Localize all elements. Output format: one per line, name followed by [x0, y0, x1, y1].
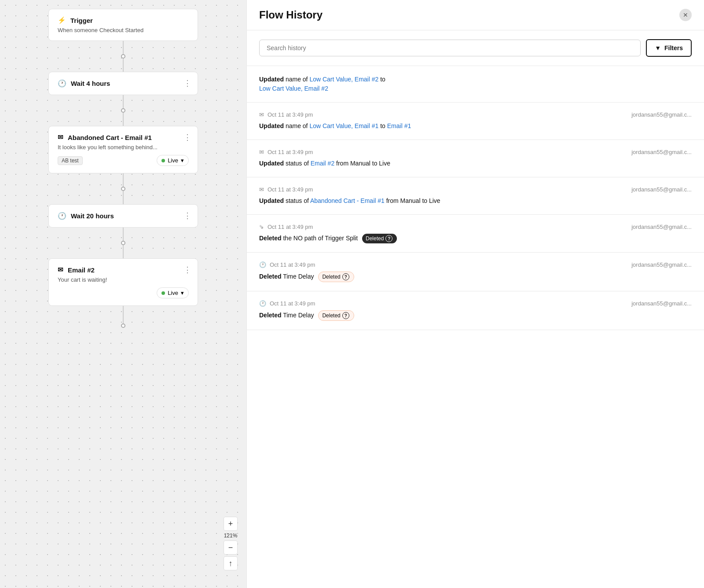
- help-icon-6: ?: [342, 273, 349, 280]
- action-bold-1: Updated: [259, 76, 284, 83]
- history-text-4: Updated status of Abandoned Cart - Email…: [259, 196, 692, 206]
- action-bold-6: Deleted: [259, 273, 282, 280]
- search-input[interactable]: [259, 40, 641, 56]
- history-meta-7: 🕐 Oct 11 at 3:49 pm jordansan55@gmail.c.…: [259, 300, 692, 307]
- zoom-out-button[interactable]: −: [224, 540, 238, 555]
- deleted-badge-light-6: Deleted ?: [318, 272, 354, 282]
- meta-time-3: Oct 11 at 3:49 pm: [268, 149, 313, 155]
- meta-user-6: jordansan55@gmail.c...: [631, 261, 692, 268]
- history-item: Updated name of Low Cart Value, Email #2…: [247, 66, 704, 103]
- live-dot-1: [161, 159, 165, 162]
- email-icon-1: ✉: [58, 133, 63, 141]
- filter-label: Filters: [664, 44, 683, 51]
- history-link-4[interactable]: Email #1: [387, 122, 411, 129]
- history-link-1[interactable]: Low Cart Value, Email #2: [309, 76, 378, 83]
- email-2-status-label: Live: [168, 290, 178, 296]
- connector-dot-5: [121, 323, 125, 328]
- close-button[interactable]: ✕: [679, 9, 692, 21]
- history-text-2: Updated name of Low Cart Value, Email #1…: [259, 121, 692, 131]
- wait-20-hours-node[interactable]: 🕐 Wait 20 hours ⋮: [48, 204, 198, 228]
- email-1-title: Abandoned Cart - Email #1: [68, 134, 152, 141]
- email-2-status[interactable]: Live ▾: [157, 287, 189, 298]
- ab-test-tag: AB test: [58, 156, 83, 165]
- history-link-2[interactable]: Low Cart Value, Email #2: [259, 85, 328, 92]
- history-meta-6: 🕐 Oct 11 at 3:49 pm jordansan55@gmail.c.…: [259, 261, 692, 268]
- help-icon-5: ?: [385, 235, 392, 242]
- zoom-in-button[interactable]: +: [224, 517, 238, 531]
- meta-user-5: jordansan55@gmail.c...: [631, 224, 692, 230]
- wait-20-hours-header: 🕐 Wait 20 hours: [58, 212, 189, 220]
- close-icon: ✕: [683, 11, 688, 18]
- history-text-1: Updated name of Low Cart Value, Email #2…: [259, 75, 692, 93]
- meta-icon-split-5: ⇗: [258, 224, 265, 229]
- meta-time-6: Oct 11 at 3:49 pm: [270, 261, 315, 268]
- wait-4-hours-title: Wait 4 hours: [71, 80, 110, 87]
- email-icon-2: ✉: [58, 266, 63, 274]
- meta-user-7: jordansan55@gmail.c...: [631, 300, 692, 307]
- meta-time-4: Oct 11 at 3:49 pm: [268, 186, 313, 193]
- wait-4-hours-menu[interactable]: ⋮: [183, 78, 191, 88]
- flow-nodes: ⚡ Trigger When someone Checkout Started …: [0, 0, 246, 337]
- meta-icon-clock-7: 🕐: [259, 300, 266, 307]
- trigger-node[interactable]: ⚡ Trigger When someone Checkout Started: [48, 9, 198, 41]
- email-2-header: ✉ Email #2: [58, 266, 189, 274]
- trigger-node-header: ⚡ Trigger: [58, 16, 189, 24]
- email-1-tags: AB test Live ▾: [58, 155, 189, 166]
- history-text-plain-1: name of: [286, 76, 309, 83]
- email-1-menu[interactable]: ⋮: [183, 132, 191, 142]
- wait-4-hours-header: 🕐 Wait 4 hours: [58, 79, 189, 88]
- deleted-badge-text-5: Deleted: [366, 235, 384, 243]
- history-meta-5: ⇗ Oct 11 at 3:49 pm jordansan55@gmail.c.…: [259, 224, 692, 230]
- action-bold-4: Updated: [259, 197, 284, 204]
- history-link-6[interactable]: Abandoned Cart - Email #1: [310, 197, 385, 204]
- connector-3: [121, 173, 125, 204]
- history-item: ✉ Oct 11 at 3:49 pm jordansan55@gmail.c.…: [247, 103, 704, 140]
- meta-user-3: jordansan55@gmail.c...: [631, 149, 692, 155]
- bolt-icon: ⚡: [58, 16, 66, 24]
- email-2-menu[interactable]: ⋮: [183, 265, 191, 275]
- meta-icon-email-4: ✉: [259, 186, 264, 193]
- panel-title: Flow History: [259, 9, 323, 21]
- history-meta-2: ✉ Oct 11 at 3:49 pm jordansan55@gmail.c.…: [259, 111, 692, 118]
- flow-history-panel: Flow History ✕ ▼ Filters Updated name of…: [246, 0, 704, 588]
- meta-time-5: Oct 11 at 3:49 pm: [268, 224, 313, 230]
- flow-canvas: ⚡ Trigger When someone Checkout Started …: [0, 0, 246, 588]
- history-link-5[interactable]: Email #2: [311, 160, 334, 167]
- clock-icon-1: 🕐: [58, 79, 66, 88]
- history-text-6: Deleted Time Delay Deleted ?: [259, 272, 692, 282]
- email-1-status-label: Live: [168, 157, 178, 164]
- email-2-subtitle: Your cart is waiting!: [58, 276, 189, 283]
- action-bold-2: Updated: [259, 122, 284, 129]
- deleted-badge-text-6: Deleted: [322, 273, 340, 281]
- filter-button[interactable]: ▼ Filters: [646, 39, 692, 57]
- meta-icon-email-3: ✉: [259, 149, 264, 155]
- history-link-3[interactable]: Low Cart Value, Email #1: [309, 122, 378, 129]
- trigger-node-subtitle: When someone Checkout Started: [58, 27, 189, 33]
- email-2-node[interactable]: ✉ Email #2 Your cart is waiting! Live ▾ …: [48, 258, 198, 306]
- history-item: 🕐 Oct 11 at 3:49 pm jordansan55@gmail.c.…: [247, 253, 704, 291]
- zoom-reset-button[interactable]: ↑: [224, 556, 238, 570]
- deleted-badge-dark-5: Deleted ?: [362, 234, 397, 243]
- history-item: ✉ Oct 11 at 3:49 pm jordansan55@gmail.c.…: [247, 140, 704, 177]
- email-1-header: ✉ Abandoned Cart - Email #1: [58, 133, 189, 141]
- wait-4-hours-node[interactable]: 🕐 Wait 4 hours ⋮: [48, 72, 198, 95]
- chevron-down-icon-2: ▾: [181, 290, 184, 296]
- trigger-node-title: Trigger: [70, 17, 93, 24]
- filter-icon: ▼: [655, 44, 661, 51]
- email-1-status[interactable]: Live ▾: [157, 155, 189, 166]
- connector-2: [121, 95, 125, 126]
- history-item: 🕐 Oct 11 at 3:49 pm jordansan55@gmail.c.…: [247, 291, 704, 330]
- action-bold-7: Deleted: [259, 312, 282, 319]
- history-text-5: Deleted the NO path of Trigger Split Del…: [259, 234, 692, 243]
- wait-20-hours-title: Wait 20 hours: [71, 212, 114, 220]
- deleted-badge-text-7: Deleted: [322, 312, 340, 320]
- wait-20-hours-menu[interactable]: ⋮: [183, 211, 191, 220]
- email-1-node[interactable]: ✉ Abandoned Cart - Email #1 It looks lik…: [48, 126, 198, 173]
- history-item: ✉ Oct 11 at 3:49 pm jordansan55@gmail.c.…: [247, 177, 704, 215]
- history-meta-4: ✉ Oct 11 at 3:49 pm jordansan55@gmail.c.…: [259, 186, 692, 193]
- panel-header: Flow History ✕: [247, 0, 704, 30]
- deleted-badge-light-7: Deleted ?: [318, 310, 354, 321]
- history-list: Updated name of Low Cart Value, Email #2…: [247, 66, 704, 588]
- meta-icon-email-2: ✉: [259, 111, 264, 118]
- connector-4: [121, 228, 125, 258]
